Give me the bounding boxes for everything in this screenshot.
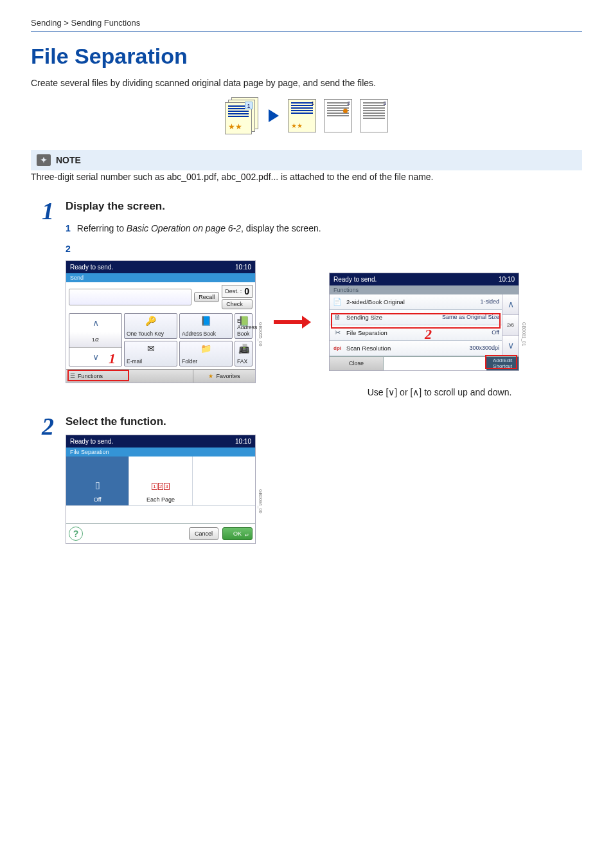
scroll-up-button[interactable]: ∧ — [69, 314, 121, 332]
each-page-illus-icon: 123 — [152, 483, 169, 490]
output-page-3: 3 — [360, 99, 388, 132]
recall-button[interactable]: Recall — [194, 292, 219, 302]
screenshot-send-main: Ready to send. 10:10 Send Recall Dest. :… — [66, 260, 256, 383]
screenshot-functions-list: Ready to send. 10:10 Functions 📄2-sided/… — [329, 273, 519, 372]
note-label: NOTE — [56, 155, 81, 165]
scrC-time: 10:10 — [235, 438, 251, 445]
chevron-up-icon: ∧ — [413, 387, 419, 397]
page-title: File Separation — [31, 44, 582, 69]
func-scan-resolution[interactable]: dpiScan Resolution300x300dpi — [330, 341, 502, 356]
substep-1-text: Referring to Basic Operation on page 6-2… — [77, 223, 321, 233]
scrA-code: GB0055_00 — [258, 322, 263, 346]
arrow-right-icon — [269, 109, 279, 122]
func-sending-size[interactable]: 🗎Sending SizeSame as Original Size — [330, 310, 502, 325]
option-empty — [193, 457, 255, 505]
check-button[interactable]: Check — [222, 299, 253, 309]
callout-2: 2 — [425, 326, 432, 343]
doc-icon: 📄 — [332, 298, 342, 306]
cross-ref-link[interactable]: Basic Operation on page 6-2 — [127, 223, 241, 233]
step-1-heading: Display the screen. — [66, 200, 582, 213]
enter-icon: ↵ — [245, 532, 249, 538]
func-file-separation[interactable]: ✂File SeparationOff — [330, 325, 502, 341]
option-off[interactable]: ▯ Off — [66, 457, 129, 505]
cancel-button[interactable]: Cancel — [189, 527, 218, 540]
concept-diagram: 1 ★★ 1 ★★ 2 3 — [31, 97, 582, 134]
breadcrumb: Sending > Sending Functions — [31, 18, 582, 32]
scrB-status: Ready to send. — [333, 276, 377, 283]
stars-icon: ★★ — [226, 121, 251, 134]
scroll-hint: Use [∨] or [∧] to scroll up and down. — [297, 387, 582, 397]
page-badge: 1 — [245, 102, 253, 109]
off-illus-icon: ▯ — [95, 480, 100, 490]
close-button[interactable]: Close — [330, 357, 384, 371]
scrA-status: Ready to send. — [70, 264, 113, 271]
address-book-tab[interactable]: 📘Address Book — [179, 313, 233, 339]
ext-address-book-tab[interactable]: 📗Ext Address Book — [235, 313, 253, 339]
input-stack: 1 ★★ — [225, 97, 260, 134]
destination-field[interactable] — [69, 289, 191, 305]
favorites-button[interactable]: ★Favorites — [193, 370, 255, 383]
step-1-number: 1 — [31, 200, 54, 397]
substep-2-number: 2 — [66, 244, 71, 254]
step-2-heading: Select the function. — [66, 415, 582, 428]
scrC-status: Ready to send. — [70, 438, 113, 445]
intro-text: Create several files by dividing scanned… — [31, 78, 582, 88]
scrB-code: GB0081_01 — [522, 322, 526, 346]
callout-1: 1 — [109, 350, 116, 367]
output-page-2: 2 — [324, 99, 352, 132]
size-icon: 🗎 — [332, 313, 342, 321]
scroll-down-button[interactable]: ∨ — [502, 336, 519, 356]
page-indicator: 1/2 — [69, 332, 121, 348]
dest-count: Dest. :0 — [222, 285, 253, 298]
add-edit-shortcut-button[interactable]: Add/Edit Shortcut — [486, 357, 519, 371]
page-indicator: 2/6 — [502, 315, 519, 336]
dpi-icon: dpi — [332, 345, 342, 351]
help-icon[interactable]: ? — [69, 527, 83, 541]
scrC-code: GB0084_00 — [258, 489, 263, 513]
scroll-up-button[interactable]: ∧ — [502, 294, 519, 315]
step-2-number: 2 — [31, 415, 54, 544]
list-icon: ☰ — [70, 373, 75, 379]
email-tab[interactable]: ✉E-mail — [124, 341, 177, 366]
func-2sided[interactable]: 📄2-sided/Book Original1-sided — [330, 294, 502, 310]
folder-tab[interactable]: 📁Folder — [179, 341, 233, 366]
fax-tab[interactable]: 📠FAX — [235, 341, 253, 366]
scrA-time: 10:10 — [235, 264, 251, 271]
note-text: Three-digit serial number such as abc_00… — [31, 172, 582, 182]
screenshot-file-separation: Ready to send. 10:10 File Separation ▯ O… — [66, 435, 256, 544]
star-icon: ★ — [208, 373, 213, 379]
separation-icon: ✂ — [332, 329, 342, 337]
functions-button[interactable]: ☰Functions — [66, 370, 193, 383]
scrA-mode: Send — [66, 273, 255, 282]
option-each-page[interactable]: 123 Each Page — [129, 457, 192, 505]
scrC-mode: File Separation — [66, 448, 255, 457]
scrB-mode: Functions — [330, 285, 519, 294]
scrB-time: 10:10 — [499, 276, 515, 283]
note-icon: ✦ — [37, 154, 51, 166]
output-page-1: 1 ★★ — [288, 99, 316, 132]
red-arrow-icon — [274, 316, 311, 329]
ok-button[interactable]: OK↵ — [222, 527, 253, 540]
substep-1-number: 1 — [66, 223, 71, 233]
chevron-down-icon: ∨ — [388, 387, 395, 397]
one-touch-key-tab[interactable]: 🔑One Touch Key — [124, 313, 177, 339]
note-box: ✦ NOTE — [31, 150, 582, 170]
